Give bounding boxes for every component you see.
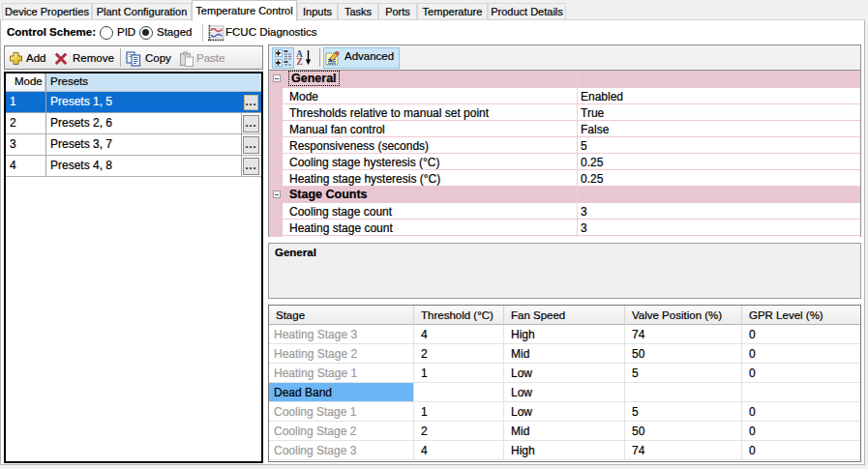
svg-text:Z: Z — [297, 57, 303, 66]
